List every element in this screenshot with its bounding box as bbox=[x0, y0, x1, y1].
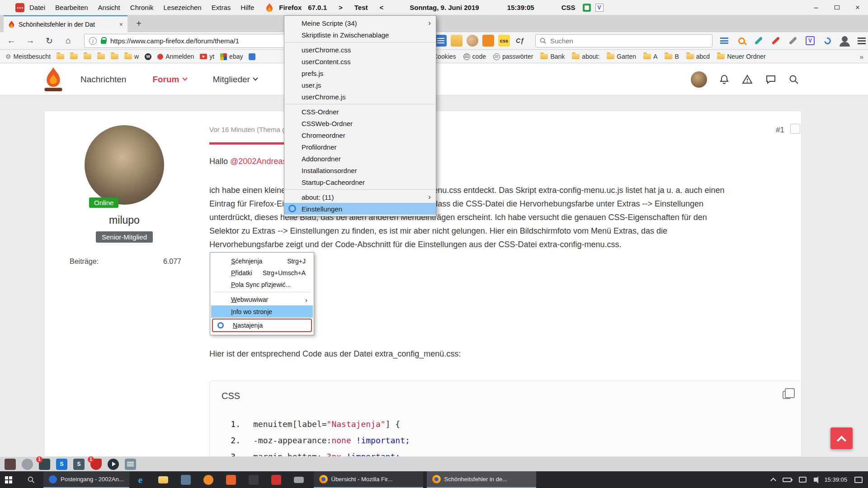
menu-item-chromeordner[interactable]: Chromeordner bbox=[284, 129, 436, 141]
bookmark-folder-4[interactable] bbox=[97, 54, 105, 59]
author-avatar[interactable] bbox=[85, 125, 164, 205]
green-addon-icon[interactable] bbox=[583, 4, 591, 12]
bookmark-about[interactable]: about: bbox=[572, 53, 599, 60]
bookmark-passwoerter[interactable]: passwörter bbox=[493, 53, 533, 60]
forward-icon[interactable]: → bbox=[21, 33, 40, 48]
bookmark-ebay[interactable]: ebay bbox=[220, 53, 243, 60]
bookmark-anmelden[interactable]: Anmelden bbox=[157, 53, 194, 60]
bookmark-yt[interactable]: yt bbox=[200, 53, 214, 60]
copy-icon[interactable] bbox=[783, 391, 791, 399]
maximize-button[interactable] bbox=[826, 0, 847, 15]
red-brush-addon-icon[interactable] bbox=[769, 34, 782, 47]
menu-ansicht[interactable]: Ansicht bbox=[93, 4, 125, 11]
site-search-icon[interactable] bbox=[788, 74, 799, 85]
tray-app-grid-icon[interactable] bbox=[5, 459, 16, 470]
css-addon-icon[interactable]: css bbox=[498, 35, 510, 47]
bookmarks-overflow-icon[interactable]: » bbox=[860, 50, 863, 63]
taskbar-app-icon-5[interactable] bbox=[265, 471, 288, 488]
v-addon-icon[interactable]: V bbox=[595, 4, 604, 12]
teal-brush-addon-icon[interactable] bbox=[752, 34, 765, 47]
reload-icon[interactable]: ↻ bbox=[40, 33, 59, 48]
user-avatar[interactable] bbox=[691, 71, 707, 88]
tray-ghost-icon[interactable] bbox=[22, 459, 33, 470]
panel-addon-icon[interactable] bbox=[435, 35, 447, 47]
conversations-chat-icon[interactable] bbox=[765, 74, 777, 85]
menu-item-installationsordner[interactable]: Installationsordner bbox=[284, 164, 436, 176]
tray-s-blue-icon[interactable]: S bbox=[56, 459, 67, 470]
bookmark-folder-w[interactable]: w bbox=[124, 53, 139, 60]
tray-expand-chevron-icon[interactable] bbox=[771, 478, 777, 483]
new-tab-button[interactable]: + bbox=[132, 17, 146, 30]
orange-search-addon-icon[interactable] bbox=[735, 34, 748, 47]
bookmark-code[interactable]: code bbox=[463, 53, 486, 60]
bookmark-folder-2[interactable] bbox=[70, 54, 78, 59]
menu-extras[interactable]: Extras bbox=[207, 4, 236, 11]
bookmark-b[interactable]: B bbox=[665, 53, 679, 60]
taskbar-firefox-window-2[interactable]: Schönheitsfehler in de... bbox=[427, 471, 536, 488]
page-info-icon[interactable]: i bbox=[89, 37, 97, 45]
v-box-addon-icon[interactable]: V bbox=[804, 34, 816, 47]
menu-hilfe[interactable]: Hilfe bbox=[236, 4, 259, 11]
post-number[interactable]: #1 bbox=[776, 126, 784, 135]
bookmark-blue[interactable] bbox=[249, 53, 255, 60]
taskbar-app-icon-2[interactable] bbox=[197, 471, 220, 488]
embedded-screenshot[interactable]: Sćehnjenja Strg+J Přidatki Strg+Umsch+A … bbox=[210, 252, 314, 335]
nav-forum[interactable]: Forum bbox=[152, 75, 186, 84]
taskbar-app-icon-4[interactable] bbox=[242, 471, 265, 488]
menu-item-user-js[interactable]: user.js bbox=[284, 79, 436, 91]
menu-item-startup-cacheordner[interactable]: Startup-Cacheordner bbox=[284, 176, 436, 188]
url-text[interactable]: https://www.camp-firefox.de/forum/thema/… bbox=[110, 37, 239, 45]
camp-firefox-logo[interactable] bbox=[43, 66, 63, 92]
pencil-addon-icon[interactable] bbox=[787, 34, 799, 47]
menu-item-prefs-js[interactable]: prefs.js bbox=[284, 67, 436, 79]
emoji-addon-icon[interactable] bbox=[467, 35, 478, 47]
taskbar-firefox-window-1[interactable]: Übersicht - Mozilla Fir... bbox=[314, 471, 423, 488]
orange-addon-icon[interactable] bbox=[482, 35, 494, 47]
bookmark-meistbesucht[interactable]: ⚙Meistbesucht bbox=[5, 53, 51, 60]
sync-icon[interactable] bbox=[821, 34, 834, 47]
nav-nachrichten[interactable]: Nachrichten bbox=[80, 75, 126, 84]
tray-mail-icon[interactable]: 1 bbox=[39, 459, 50, 470]
bookmark-a[interactable]: A bbox=[643, 53, 657, 60]
menu-item-css-ordner[interactable]: CSS-Ordner bbox=[284, 106, 436, 117]
taskbar-app-icon-6[interactable] bbox=[288, 471, 310, 488]
hamburger-menu-icon[interactable] bbox=[855, 34, 868, 47]
post-select-checkbox[interactable] bbox=[790, 124, 800, 134]
user-mention-link[interactable]: @2002Andreas bbox=[230, 157, 287, 166]
menu-lesezeichen[interactable]: Lesezeichen bbox=[158, 4, 206, 11]
author-name[interactable]: milupo bbox=[56, 214, 193, 226]
script-flame-icon[interactable] bbox=[265, 3, 274, 13]
menu-chronik[interactable]: Chronik bbox=[125, 4, 159, 11]
tray-keyboard-icon[interactable] bbox=[125, 459, 136, 470]
folder-addon-icon[interactable] bbox=[451, 35, 462, 47]
cf-addon-icon[interactable]: Cƒ bbox=[514, 35, 526, 47]
bookmark-abcd[interactable]: abcd bbox=[686, 53, 710, 60]
scroll-to-top-button[interactable] bbox=[830, 427, 853, 449]
start-button[interactable] bbox=[0, 471, 21, 488]
menu-item-userchrome-css[interactable]: userChrome.css bbox=[284, 44, 436, 56]
menu-item-userchrome-js[interactable]: userChrome.js bbox=[284, 91, 436, 103]
notifications-bell-icon[interactable] bbox=[719, 74, 730, 85]
volume-icon[interactable] bbox=[814, 478, 817, 482]
bookmark-bank[interactable]: Bank bbox=[540, 53, 565, 60]
list-addon-icon[interactable] bbox=[718, 34, 731, 47]
menu-item-addonordner[interactable]: Addonordner bbox=[284, 153, 436, 164]
minimize-button[interactable]: – bbox=[806, 0, 826, 15]
back-icon[interactable]: ← bbox=[2, 33, 21, 48]
tray-s-dark-icon[interactable]: S bbox=[73, 459, 85, 470]
taskbar-app-icon-1[interactable] bbox=[175, 471, 197, 488]
menu-item-cssweb-ordner[interactable]: CSSWeb-Ordner bbox=[284, 117, 436, 129]
bookmark-folder-1[interactable] bbox=[57, 54, 64, 59]
bookmark-neuer-ordner[interactable]: Neuer Ordner bbox=[717, 53, 766, 60]
taskbar-edge-icon[interactable]: e bbox=[129, 471, 152, 488]
taskbar-clock[interactable]: 15:39:05 bbox=[824, 476, 847, 483]
menu-item-einstellungen[interactable]: Einstellungen bbox=[284, 203, 436, 215]
menu-item-meine-scripte[interactable]: Meine Scripte (34)› bbox=[284, 17, 436, 29]
account-person-icon[interactable] bbox=[838, 34, 851, 47]
network-icon[interactable] bbox=[799, 477, 807, 483]
taskbar-mail-window-button[interactable]: Posteingang - 2002An... bbox=[43, 471, 129, 488]
menu-bearbeiten[interactable]: Bearbeiten bbox=[50, 4, 93, 11]
menu-item-usercontent-css[interactable]: userContent.css bbox=[284, 56, 436, 67]
taskbar-explorer-icon[interactable] bbox=[152, 471, 175, 488]
bookmark-wp[interactable]: W bbox=[145, 53, 151, 60]
